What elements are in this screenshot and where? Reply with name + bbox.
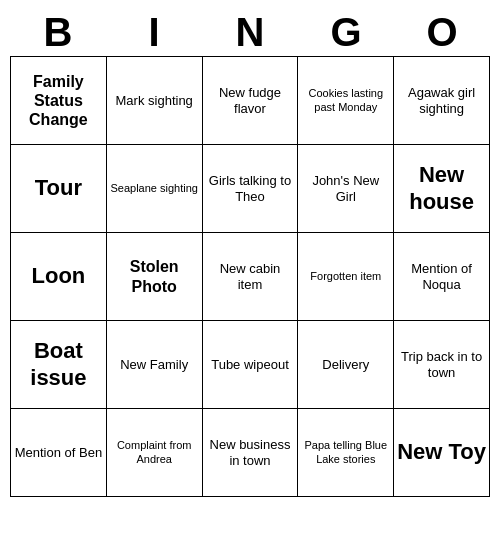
bingo-cell: New cabin item	[203, 233, 299, 321]
bingo-cell: Delivery	[298, 321, 394, 409]
bingo-cell: Mention of Ben	[11, 409, 107, 497]
bingo-cell: Agawak girl sighting	[394, 57, 490, 145]
bingo-cell: Family Status Change	[11, 57, 107, 145]
bingo-cell: New house	[394, 145, 490, 233]
bingo-cell: Trip back in to town	[394, 321, 490, 409]
bingo-cell: Seaplane sighting	[107, 145, 203, 233]
bingo-header: BINGO	[10, 8, 490, 56]
bingo-letter: I	[106, 8, 202, 56]
bingo-cell: Boat issue	[11, 321, 107, 409]
bingo-cell: New Toy	[394, 409, 490, 497]
bingo-cell: Girls talking to Theo	[203, 145, 299, 233]
bingo-cell: Loon	[11, 233, 107, 321]
bingo-cell: Complaint from Andrea	[107, 409, 203, 497]
bingo-card: BINGO Family Status ChangeMark sightingN…	[10, 8, 490, 497]
bingo-letter: N	[202, 8, 298, 56]
bingo-cell: John's New Girl	[298, 145, 394, 233]
bingo-cell: Mark sighting	[107, 57, 203, 145]
bingo-cell: New Family	[107, 321, 203, 409]
bingo-cell: Mention of Noqua	[394, 233, 490, 321]
bingo-cell: New fudge flavor	[203, 57, 299, 145]
bingo-cell: New business in town	[203, 409, 299, 497]
bingo-cell: Cookies lasting past Monday	[298, 57, 394, 145]
bingo-cell: Stolen Photo	[107, 233, 203, 321]
bingo-letter: O	[394, 8, 490, 56]
bingo-letter: G	[298, 8, 394, 56]
bingo-cell: Forgotten item	[298, 233, 394, 321]
bingo-letter: B	[10, 8, 106, 56]
bingo-cell: Tour	[11, 145, 107, 233]
bingo-cell: Tube wipeout	[203, 321, 299, 409]
bingo-grid: Family Status ChangeMark sightingNew fud…	[10, 56, 490, 497]
bingo-cell: Papa telling Blue Lake stories	[298, 409, 394, 497]
